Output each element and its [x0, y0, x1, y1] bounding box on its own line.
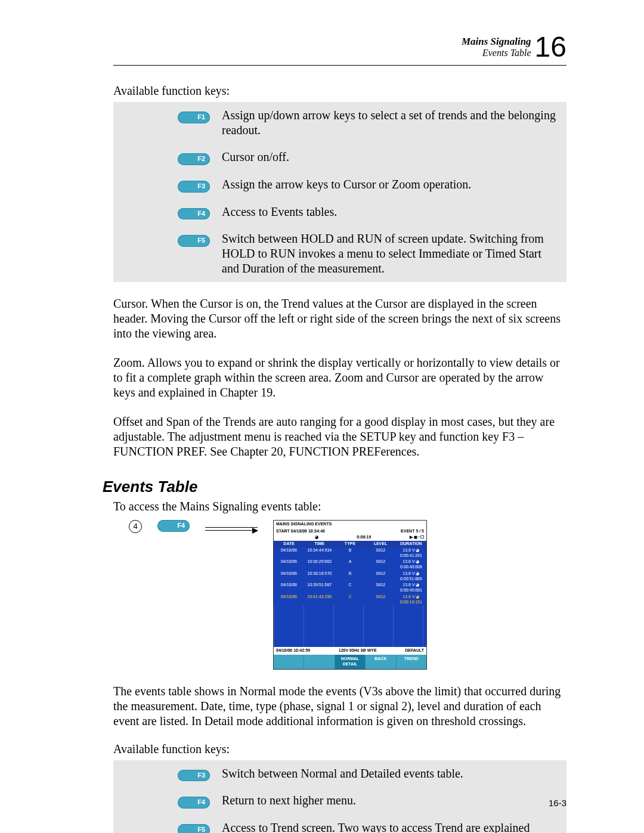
- shot-blank-area: [274, 605, 426, 647]
- softkey-2: [304, 655, 334, 669]
- access-step-row: 4 F4 MAINS SIGNALING EVENTS START 04/10/…: [129, 520, 566, 670]
- table-row: F3 Switch between Normal and Detailed ev…: [113, 760, 566, 788]
- shot-elapsed: 0:08:19: [357, 535, 371, 540]
- header-subtitle: Events Table: [462, 48, 531, 58]
- col-level: LEVEL: [366, 541, 396, 547]
- table-row: F5 Access to Trend screen. Two ways to a…: [113, 815, 566, 833]
- shot-start: START 04/10/06 10:34:40: [276, 529, 325, 534]
- shot-elapsed-icon: ◕: [315, 535, 318, 540]
- f4-key-icon: F4: [178, 797, 210, 809]
- f3-key-icon: F3: [178, 181, 210, 193]
- shot-foot-config: 120V 60Hz 3Ø WYE: [339, 648, 377, 654]
- step-f4-key-icon: F4: [157, 520, 190, 532]
- step-number-circle: 4: [129, 520, 142, 533]
- shot-title: MAINS SIGNALING EVENTS: [276, 522, 332, 527]
- zoom-paragraph: Zoom. Allows you to expand or shrink the…: [113, 355, 566, 400]
- table-row: F4 Return to next higher menu.: [113, 787, 566, 815]
- header-text-block: Mains Signaling Events Table: [462, 36, 535, 58]
- col-time: TIME: [304, 541, 335, 547]
- softkey-4-back: BACK: [365, 655, 395, 669]
- softkey-3-normal-detail: NORMAL DETAIL: [335, 655, 365, 669]
- f2-key-icon: F2: [178, 153, 210, 165]
- f5-key-icon: F5: [178, 824, 210, 833]
- shot-table-header: DATE TIME TYPE LEVEL DURATION: [274, 541, 426, 547]
- shot-softkey-bar: NORMAL DETAIL BACK TREND: [274, 655, 426, 669]
- function-keys-intro-2: Available function keys:: [113, 742, 566, 757]
- f1-key-icon: F1: [178, 112, 210, 123]
- f2-description: Cursor on/off.: [215, 144, 566, 171]
- access-line: To access the Mains Signaling events tab…: [113, 499, 566, 514]
- f3-description: Assign the arrow keys to Cursor or Zoom …: [215, 171, 566, 199]
- page-number: 16-3: [549, 798, 566, 809]
- col-duration: DURATION: [396, 541, 426, 547]
- f3-description: Switch between Normal and Detailed event…: [215, 760, 566, 788]
- function-key-table-2: F3 Switch between Normal and Detailed ev…: [113, 760, 566, 834]
- table-row: F1 Assign up/down arrow keys to select a…: [113, 102, 566, 144]
- document-page: Mains Signaling Events Table 16 Availabl…: [0, 0, 644, 833]
- cursor-paragraph: Cursor. When the Cursor is on, the Trend…: [113, 296, 566, 341]
- table-row-selected: 04/10/0610:41:42:296CSIG213.8 V ◕ 0:00:1…: [274, 594, 426, 606]
- device-screenshot: MAINS SIGNALING EVENTS START 04/10/06 10…: [273, 520, 427, 670]
- col-date: DATE: [274, 541, 304, 547]
- table-row: F5 Switch between HOLD and RUN of screen…: [113, 225, 566, 282]
- function-keys-intro-1: Available function keys:: [113, 83, 566, 98]
- table-row: 04/10/0610:39:51:587CSIG213.8 V ◕ 0:00:4…: [274, 582, 426, 594]
- f5-description: Switch between HOLD and RUN of screen up…: [215, 225, 566, 282]
- table-row: F2 Cursor on/off.: [113, 144, 566, 171]
- shot-table-body: 04/10/0610:34:44:934BSIG213.8 V ◕ 0:00:4…: [274, 547, 426, 648]
- table-row: 04/10/0610:36:29:002ASIG213.8 V ◕ 0:00:4…: [274, 559, 426, 571]
- shot-rec-icon: ▶ ◼─☐: [410, 535, 424, 540]
- col-type: TYPE: [335, 541, 365, 547]
- f4-description: Return to next higher menu.: [215, 787, 566, 815]
- table-row: F4 Access to Events tables.: [113, 199, 566, 226]
- chapter-number: 16: [535, 33, 566, 61]
- f4-description: Access to Events tables.: [215, 199, 566, 226]
- shot-event-count: EVENT 5 / 5: [401, 529, 424, 534]
- f3-key-icon: F3: [178, 770, 210, 782]
- page-header: Mains Signaling Events Table 16: [113, 33, 566, 61]
- arrow-icon: [205, 527, 258, 531]
- f5-key-icon: F5: [178, 235, 210, 247]
- table-row: F3 Assign the arrow keys to Cursor or Zo…: [113, 171, 566, 199]
- header-title: Mains Signaling: [462, 36, 531, 48]
- table-row: 04/10/0610:38:18:570BSIG213.8 V ◕ 0:00:5…: [274, 571, 426, 583]
- shot-foot-date: 04/10/06 10:42:59: [276, 648, 310, 654]
- table-row: 04/10/0610:34:44:934BSIG213.8 V ◕ 0:00:4…: [274, 547, 426, 559]
- f5-description: Access to Trend screen. Two ways to acce…: [215, 815, 566, 833]
- softkey-5-trend: TREND: [396, 655, 426, 669]
- header-rule: [113, 65, 566, 66]
- softkey-1: [274, 655, 304, 669]
- events-table-paragraph: The events table shows in Normal mode th…: [113, 684, 566, 729]
- shot-foot-mode: DEFAULT: [405, 648, 424, 654]
- function-key-table-1: F1 Assign up/down arrow keys to select a…: [113, 102, 566, 282]
- f1-description: Assign up/down arrow keys to select a se…: [215, 102, 566, 144]
- f4-key-icon: F4: [178, 208, 210, 220]
- shot-footer-status: 04/10/06 10:42:59 120V 60Hz 3Ø WYE DEFAU…: [274, 647, 426, 655]
- offset-paragraph: Offset and Span of the Trends are auto r…: [113, 414, 566, 459]
- events-table-heading: Events Table: [103, 477, 566, 497]
